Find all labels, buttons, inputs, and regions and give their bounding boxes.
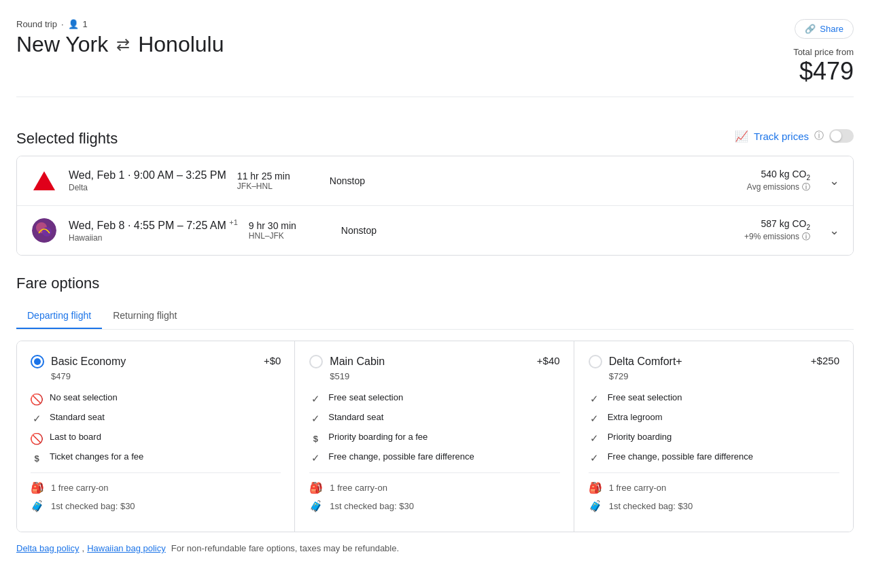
fare-feature-standard-seat: ✓ Standard seat (31, 412, 281, 425)
outbound-flight-time: Wed, Feb 1 · 9:00 AM – 3:25 PM Delta (69, 169, 226, 192)
hawaiian-bag-policy-link[interactable]: Hawaiian bag policy (87, 543, 166, 553)
fare-feature-extra-legroom: ✓ Extra legroom (589, 412, 839, 425)
check-icon-priority-comfort: ✓ (589, 432, 601, 445)
check-icon-standard-seat-main: ✓ (309, 413, 321, 425)
check-icon-free-seat-comfort: ✓ (589, 393, 601, 405)
check-icon-change-comfort: ✓ (589, 452, 601, 464)
delta-bag-policy-link[interactable]: Delta bag policy (16, 543, 80, 553)
outbound-emissions: 540 kg CO2 Avg emissions ⓘ (747, 169, 810, 193)
hawaiian-logo (31, 217, 58, 244)
check-icon-standard-seat: ✓ (31, 413, 43, 425)
dollar-icon-ticket-changes: $ (31, 452, 43, 464)
return-airline: Hawaiian (69, 233, 238, 243)
flights-container: Wed, Feb 1 · 9:00 AM – 3:25 PM Delta 11 … (16, 156, 854, 256)
footer-links: Delta bag policy , Hawaiian bag policy F… (16, 543, 854, 553)
svg-marker-0 (33, 171, 55, 190)
outbound-depart: 9:00 AM – 3:25 PM (134, 169, 226, 181)
page-footer: Delta bag policy , Hawaiian bag policy F… (16, 543, 854, 553)
return-emissions: 587 kg CO2 +9% emissions ⓘ (744, 218, 810, 243)
fare-options-title: Fare options (16, 275, 854, 292)
outbound-expand-icon[interactable]: ⌄ (829, 173, 839, 188)
fare-feature-free-change-comfort: ✓ Free change, possible fare difference (589, 451, 839, 464)
return-duration: 9 hr 30 min HNL–JFK (249, 220, 330, 241)
track-prices-info-icon[interactable]: ⓘ (814, 130, 824, 142)
check-icon-change-main: ✓ (309, 452, 321, 464)
outbound-airline: Delta (69, 183, 226, 192)
route-title: New York ⇄ Honolulu (16, 32, 224, 57)
track-prices-button[interactable]: Track prices (754, 131, 809, 142)
fare-radio-main-cabin[interactable] (309, 355, 323, 368)
flight-row-return[interactable]: Wed, Feb 8 · 4:55 PM – 7:25 AM +1 Hawaii… (17, 206, 853, 255)
route-arrow-icon: ⇄ (116, 35, 130, 54)
fare-feature-free-seat-comfort: ✓ Free seat selection (589, 392, 839, 405)
fare-tabs: Departing flight Returning flight (16, 303, 854, 330)
return-date: Wed, Feb 8 (69, 220, 124, 231)
svg-point-3 (42, 227, 52, 237)
fare-base-price-main-cabin: $519 (330, 371, 559, 381)
selected-flights-title: Selected flights (16, 130, 118, 148)
fare-card-delta-comfort[interactable]: Delta Comfort+ +$250 $729 ✓ Free seat se… (575, 341, 853, 532)
flight-row-outbound[interactable]: Wed, Feb 1 · 9:00 AM – 3:25 PM Delta 11 … (17, 156, 853, 206)
block-icon-last-board: 🚫 (31, 432, 43, 445)
fare-feature-standard-seat-main: ✓ Standard seat (309, 412, 559, 425)
tab-returning-flight[interactable]: Returning flight (102, 303, 188, 329)
fare-radio-basic-economy[interactable] (31, 355, 44, 368)
fare-feature-ticket-changes: $ Ticket changes for a fee (31, 451, 281, 464)
destination-city: Honolulu (138, 32, 224, 57)
trip-meta: Round trip · 👤 1 (16, 19, 224, 29)
fare-bag-checked-comfort: 🧳 1st checked bag: $30 (589, 500, 839, 513)
share-button[interactable]: 🔗 Share (795, 19, 854, 39)
fare-bag-carryon-main: 🎒 1 free carry-on (309, 481, 559, 494)
fare-name-delta-comfort: Delta Comfort+ (609, 356, 682, 368)
fare-feature-no-seat: 🚫 No seat selection (31, 392, 281, 405)
checked-icon-basic: 🧳 (31, 500, 44, 513)
checked-icon-comfort: 🧳 (589, 500, 602, 513)
fare-radio-delta-comfort[interactable] (589, 355, 602, 368)
track-prices-icon: 📈 (735, 130, 748, 143)
return-emissions-note: +9% emissions (744, 232, 799, 241)
track-prices-area: 📈 Track prices ⓘ (735, 129, 854, 143)
fare-feature-priority-boarding-comfort: ✓ Priority boarding (589, 432, 839, 445)
check-icon-legroom: ✓ (589, 413, 601, 425)
return-stops: Nonstop (341, 225, 409, 236)
fare-card-main-cabin[interactable]: Main Cabin +$40 $519 ✓ Free seat selecti… (296, 341, 574, 532)
outbound-date: Wed, Feb 1 (69, 169, 124, 181)
origin-city: New York (16, 32, 108, 57)
share-label: Share (820, 24, 843, 34)
share-icon: 🔗 (805, 24, 816, 34)
fare-feature-free-change-main: ✓ Free change, possible fare difference (309, 451, 559, 464)
outbound-stops: Nonstop (330, 175, 398, 186)
pax-icon: 👤 (68, 19, 79, 29)
fare-card-basic-economy[interactable]: Basic Economy +$0 $479 🚫 No seat selecti… (17, 341, 295, 532)
fare-base-price-basic-economy: $479 (51, 371, 281, 381)
carryon-icon-main: 🎒 (309, 481, 323, 494)
fare-cards-container: Basic Economy +$0 $479 🚫 No seat selecti… (16, 341, 854, 532)
carryon-icon-comfort: 🎒 (589, 481, 602, 494)
dollar-icon-priority-main: $ (309, 432, 321, 445)
return-expand-icon[interactable]: ⌄ (829, 223, 839, 238)
fare-delta-main-cabin: +$40 (537, 355, 560, 366)
fare-delta-delta-comfort: +$250 (811, 355, 839, 366)
checked-icon-main: 🧳 (309, 500, 323, 513)
fare-bag-carryon-basic: 🎒 1 free carry-on (31, 481, 281, 494)
fare-name-main-cabin: Main Cabin (330, 356, 385, 368)
fare-feature-free-seat-main: ✓ Free seat selection (309, 392, 559, 405)
return-emissions-info-icon: ⓘ (802, 231, 810, 243)
fare-radio-inner (34, 358, 41, 365)
return-depart: 4:55 PM – 7:25 AM (134, 220, 226, 231)
passenger-count: 1 (83, 19, 88, 29)
fare-bag-carryon-comfort: 🎒 1 free carry-on (589, 481, 839, 494)
tab-departing-flight[interactable]: Departing flight (16, 303, 102, 329)
fare-feature-last-to-board: 🚫 Last to board (31, 432, 281, 445)
fare-bag-checked-basic: 🧳 1st checked bag: $30 (31, 500, 281, 513)
carryon-icon-basic: 🎒 (31, 481, 44, 494)
block-icon-no-seat: 🚫 (31, 393, 43, 405)
return-flight-time: Wed, Feb 8 · 4:55 PM – 7:25 AM +1 Hawaii… (69, 218, 238, 243)
fare-delta-basic-economy: +$0 (264, 355, 281, 366)
fare-base-price-delta-comfort: $729 (609, 371, 839, 381)
delta-logo (31, 167, 58, 194)
fare-feature-priority-boarding-main: $ Priority boarding for a fee (309, 432, 559, 445)
toggle-knob (831, 131, 841, 141)
track-prices-toggle[interactable] (829, 129, 854, 143)
total-price-label: Total price from (793, 47, 854, 57)
